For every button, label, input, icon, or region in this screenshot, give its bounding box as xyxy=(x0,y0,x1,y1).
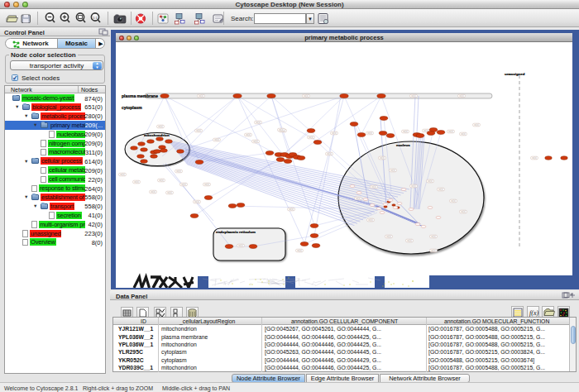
svg-text:xx(x): xx(x) xyxy=(158,125,163,128)
svg-text:xx(x): xx(x) xyxy=(532,156,537,160)
svg-text:xx(x): xx(x) xyxy=(461,132,466,136)
svg-text:xx(x): xx(x) xyxy=(474,123,479,127)
svg-text:xx(x): xx(x) xyxy=(428,179,433,183)
svg-text:xx(x): xx(x) xyxy=(407,239,412,242)
svg-text:mitochondrion: mitochondrion xyxy=(144,133,170,137)
svg-text:xx(x): xx(x) xyxy=(196,129,201,132)
svg-text:nucleus: nucleus xyxy=(396,143,410,147)
svg-text:xx(x): xx(x) xyxy=(309,136,313,139)
svg-text:xx(x): xx(x) xyxy=(451,199,456,203)
svg-text:xx(x): xx(x) xyxy=(253,140,258,143)
svg-text:xx(x): xx(x) xyxy=(304,94,309,98)
svg-text:xx(x): xx(x) xyxy=(411,94,416,98)
svg-text:xx(x): xx(x) xyxy=(459,94,464,98)
svg-text:xx(x): xx(x) xyxy=(390,169,395,172)
svg-text:xx(x): xx(x) xyxy=(151,190,156,194)
svg-text:xx(x): xx(x) xyxy=(120,173,125,176)
svg-text:xx(x): xx(x) xyxy=(380,156,385,160)
svg-text:xx(x): xx(x) xyxy=(431,249,436,252)
svg-text:xx(x): xx(x) xyxy=(461,210,466,213)
svg-text:plasma membrane: plasma membrane xyxy=(122,93,158,98)
svg-text:cytoplasm: cytoplasm xyxy=(122,105,142,110)
svg-text:xx(x): xx(x) xyxy=(448,130,453,133)
svg-text:xx(x): xx(x) xyxy=(279,128,284,131)
svg-text:1:1: 1:1 xyxy=(93,16,98,20)
svg-text:xx(x): xx(x) xyxy=(167,191,172,194)
svg-text:xx(x): xx(x) xyxy=(356,197,361,200)
svg-text:xx(x): xx(x) xyxy=(204,183,209,186)
svg-text:xx(x): xx(x) xyxy=(297,249,302,252)
svg-text:xx(x): xx(x) xyxy=(238,244,243,247)
svg-text:xx(x): xx(x) xyxy=(159,179,164,182)
svg-text:xx(x): xx(x) xyxy=(134,180,139,184)
svg-text:xx(x): xx(x) xyxy=(181,183,186,186)
svg-text:xx(x): xx(x) xyxy=(327,152,332,155)
svg-text:xx(x): xx(x) xyxy=(214,138,219,141)
svg-text:xx(x): xx(x) xyxy=(199,94,203,98)
svg-text:xx(x): xx(x) xyxy=(386,235,391,238)
svg-text:xx(x): xx(x) xyxy=(438,188,443,191)
svg-text:xx(x): xx(x) xyxy=(194,200,199,203)
svg-text:xx(x): xx(x) xyxy=(289,208,294,211)
svg-text:xx(x): xx(x) xyxy=(411,184,416,188)
svg-text:xx(x): xx(x) xyxy=(246,133,251,136)
svg-text:xx(x): xx(x) xyxy=(176,170,181,173)
svg-text:xx(x): xx(x) xyxy=(368,218,373,222)
svg-text:xx(x): xx(x) xyxy=(371,185,376,189)
svg-text:endoplasmic reticulum: endoplasmic reticulum xyxy=(216,230,256,234)
svg-text:xx(x): xx(x) xyxy=(256,121,261,124)
svg-text:unassigned: unassigned xyxy=(505,72,525,76)
svg-text:xx(x): xx(x) xyxy=(431,235,436,238)
svg-text:xx(x): xx(x) xyxy=(332,131,337,135)
svg-text:xx(x): xx(x) xyxy=(403,130,408,133)
svg-text:xx(x): xx(x) xyxy=(367,131,372,135)
